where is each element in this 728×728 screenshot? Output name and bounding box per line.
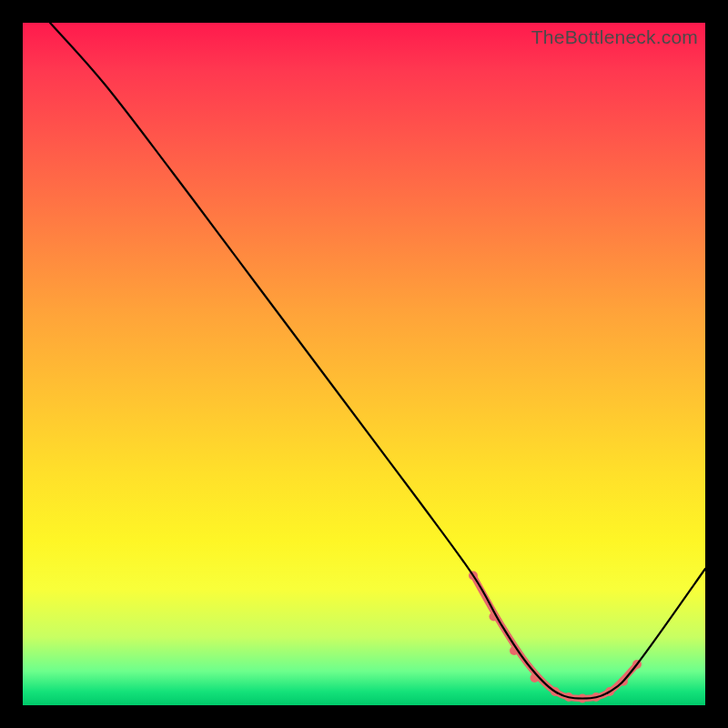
main-curve <box>50 23 705 699</box>
chart-svg <box>23 23 705 705</box>
chart-plot-area: TheBottleneck.com <box>23 23 705 705</box>
highlight-segment <box>473 576 637 699</box>
chart-frame: TheBottleneck.com <box>0 0 728 728</box>
